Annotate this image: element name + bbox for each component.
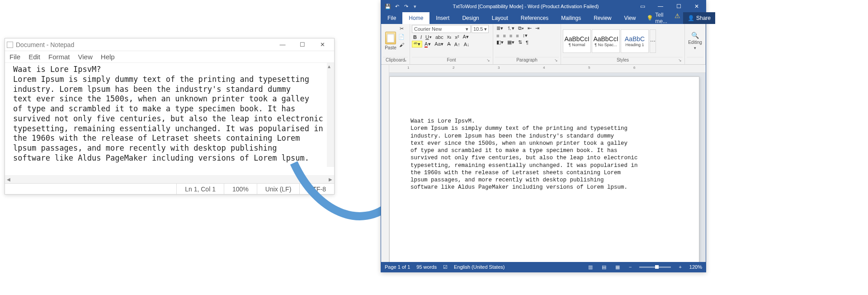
- menu-format[interactable]: Format: [48, 53, 70, 61]
- paste-button[interactable]: Paste: [383, 25, 398, 57]
- tab-insert[interactable]: Insert: [429, 12, 456, 24]
- style--normal[interactable]: AaBbCcI¶ Normal: [563, 29, 591, 53]
- increase-indent-button[interactable]: ⇥: [534, 25, 541, 31]
- font-dialog-icon[interactable]: ↘: [486, 58, 490, 62]
- vertical-ruler[interactable]: [381, 65, 389, 262]
- menu-file[interactable]: File: [9, 53, 20, 61]
- tab-design[interactable]: Design: [456, 12, 485, 24]
- multilevel-button[interactable]: ⧉▾: [517, 25, 525, 31]
- status-language[interactable]: English (United States): [454, 264, 505, 270]
- font-name-combo[interactable]: Courier New▾: [412, 25, 471, 33]
- style-heading-1[interactable]: AaBbCHeading 1: [621, 29, 649, 53]
- zoom-out-button[interactable]: −: [627, 264, 633, 270]
- font-color-button[interactable]: A▾: [423, 41, 432, 48]
- menu-view[interactable]: View: [78, 53, 93, 61]
- tell-me-search[interactable]: 💡Tell me...: [642, 12, 672, 24]
- tab-view[interactable]: View: [618, 12, 642, 24]
- text-line: typesetting, remaining essentially uncha…: [13, 124, 326, 134]
- zoom-slider[interactable]: [639, 266, 671, 268]
- menu-help[interactable]: Help: [101, 53, 115, 61]
- document-page[interactable]: Waat is Lore IpsvM.Lorem Ipsum is simply…: [389, 76, 699, 262]
- clear-formatting-button[interactable]: A̶: [446, 41, 452, 47]
- save-icon[interactable]: 💾: [385, 4, 391, 10]
- text-line: industry. Lorem lpsum has been the indus…: [13, 85, 326, 95]
- zoom-in-button[interactable]: +: [677, 264, 683, 270]
- text-line: software like Aldus PageMaker including …: [13, 153, 326, 163]
- status-zoom[interactable]: 100%: [224, 184, 257, 194]
- maximize-button[interactable]: ☐: [670, 3, 688, 10]
- bold-button[interactable]: B: [412, 34, 418, 40]
- shading-button[interactable]: ◧▾: [495, 39, 505, 45]
- tab-file[interactable]: File: [381, 12, 402, 24]
- tab-references[interactable]: References: [514, 12, 555, 24]
- copy-icon[interactable]: 📄: [398, 34, 405, 40]
- format-painter-icon[interactable]: 🖌: [398, 42, 405, 48]
- show-marks-button[interactable]: ¶: [524, 40, 530, 45]
- tab-home[interactable]: Home: [402, 12, 429, 24]
- text-line: Waat is Lore IpsvM?: [13, 65, 326, 75]
- ribbon-options-icon[interactable]: ▭: [633, 3, 651, 10]
- maximize-button[interactable]: ☐: [292, 39, 312, 50]
- sort-button[interactable]: ⇅: [517, 39, 524, 45]
- web-layout-icon[interactable]: ▦: [614, 264, 621, 270]
- horizontal-ruler[interactable]: 123456: [389, 65, 706, 73]
- status-zoom[interactable]: 120%: [689, 264, 702, 270]
- minimize-button[interactable]: —: [651, 3, 670, 10]
- change-case-button[interactable]: Aa▾: [433, 41, 444, 47]
- align-left-button[interactable]: ≡: [495, 33, 500, 38]
- group-styles: AaBbCcI¶ NormalAaBbCcI¶ No Spac...AaBbCH…: [561, 24, 685, 64]
- clipboard-dialog-icon[interactable]: ↘: [403, 58, 407, 62]
- cut-icon[interactable]: ✂: [398, 26, 405, 32]
- bullets-button[interactable]: ≣▾: [495, 25, 505, 31]
- grow-font-button[interactable]: A↑: [453, 42, 462, 47]
- undo-icon[interactable]: ↶: [394, 4, 400, 10]
- vertical-scrollbar[interactable]: [327, 63, 334, 167]
- strike-button[interactable]: abc: [434, 34, 445, 40]
- horizontal-scrollbar[interactable]: ◀ ▶: [5, 175, 334, 183]
- paragraph-dialog-icon[interactable]: ↘: [554, 58, 558, 62]
- numbering-button[interactable]: ⒈▾: [505, 25, 516, 32]
- activation-warning-icon[interactable]: ⚠: [672, 12, 683, 24]
- align-right-button[interactable]: ≡: [508, 33, 514, 38]
- highlight-button[interactable]: ᵃᵇ▾: [412, 41, 422, 48]
- qat-dropdown-icon[interactable]: ▾: [412, 4, 418, 10]
- status-words[interactable]: 95 words: [416, 264, 437, 270]
- chevron-down-icon[interactable]: ▾: [694, 46, 696, 50]
- word-titlebar[interactable]: 💾 ↶ ↷ ▾ TxtToWord [Compatibility Mode] -…: [381, 0, 706, 12]
- minimize-button[interactable]: —: [273, 39, 292, 50]
- close-button[interactable]: ✕: [688, 3, 706, 10]
- close-button[interactable]: ✕: [312, 39, 332, 50]
- proofing-icon[interactable]: ☑: [443, 264, 448, 270]
- font-size-combo[interactable]: 10.5▾: [472, 25, 489, 33]
- justify-button[interactable]: ≡: [514, 33, 520, 38]
- redo-icon[interactable]: ↷: [403, 4, 409, 10]
- styles-more-button[interactable]: ⋯: [650, 29, 656, 53]
- decrease-indent-button[interactable]: ⇤: [526, 25, 533, 31]
- style--no-spac-[interactable]: AaBbCcI¶ No Spac...: [592, 29, 620, 53]
- text-line: of type and scrambled it to make a type …: [410, 147, 688, 154]
- scroll-left-icon[interactable]: ◀: [5, 177, 12, 182]
- group-font: Courier New▾ 10.5▾ B I U▾ abc x₂ x² A▾ ᵃ…: [410, 24, 493, 64]
- tab-review[interactable]: Review: [587, 12, 618, 24]
- text-line: survived not only five centuries, but al…: [410, 154, 688, 162]
- align-center-button[interactable]: ≡: [501, 33, 507, 38]
- superscript-button[interactable]: x²: [453, 34, 460, 40]
- line-spacing-button[interactable]: ↕▾: [521, 33, 529, 38]
- menu-edit[interactable]: Edit: [28, 53, 40, 61]
- notepad-text-area[interactable]: Waat is Lore IpsvM?Lorem Ipsum is simply…: [5, 63, 334, 175]
- tab-mailings[interactable]: Mailings: [555, 12, 587, 24]
- print-layout-icon[interactable]: ▤: [600, 264, 608, 270]
- subscript-button[interactable]: x₂: [446, 34, 453, 40]
- underline-button[interactable]: U▾: [424, 34, 433, 40]
- read-mode-icon[interactable]: ▥: [587, 264, 594, 270]
- shrink-font-button[interactable]: A↓: [462, 42, 471, 47]
- styles-dialog-icon[interactable]: ↘: [678, 58, 682, 62]
- italic-button[interactable]: I: [419, 34, 423, 40]
- status-page[interactable]: Page 1 of 1: [385, 264, 410, 270]
- borders-button[interactable]: ▦▾: [506, 39, 516, 45]
- find-icon[interactable]: 🔍: [691, 32, 699, 39]
- notepad-titlebar[interactable]: Document - Notepad — ☐ ✕: [5, 38, 334, 51]
- text-effects-button[interactable]: A▾: [461, 34, 470, 40]
- share-button[interactable]: 👤Share: [683, 12, 715, 24]
- tab-layout[interactable]: Layout: [486, 12, 514, 24]
